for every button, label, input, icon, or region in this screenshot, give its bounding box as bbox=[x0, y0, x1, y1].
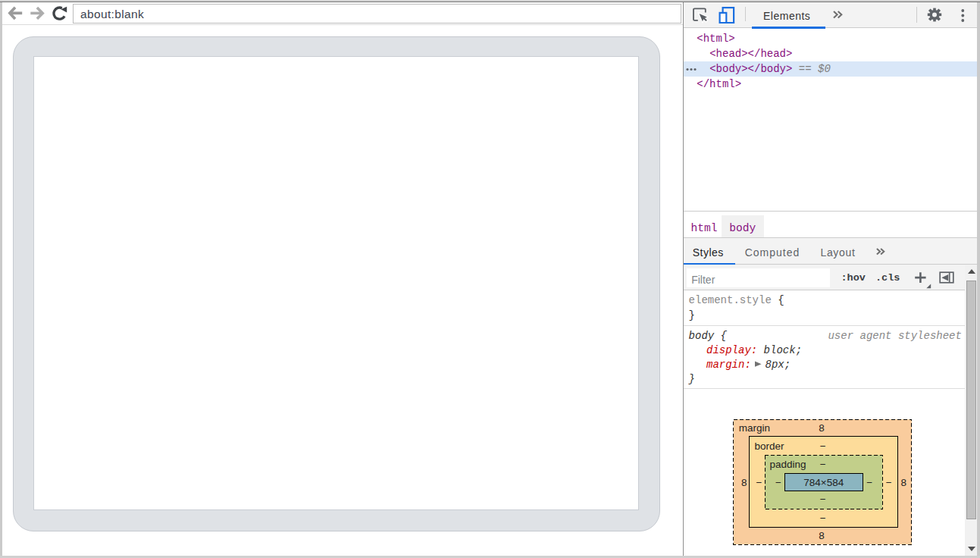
svg-text:−: − bbox=[886, 477, 892, 488]
svg-text:8: 8 bbox=[741, 477, 747, 488]
svg-text:784×584: 784×584 bbox=[803, 477, 844, 488]
svg-text:−: − bbox=[756, 477, 762, 488]
svg-text:8: 8 bbox=[901, 477, 907, 488]
svg-text:−: − bbox=[820, 494, 826, 505]
svg-text:margin: margin bbox=[739, 422, 770, 434]
svg-text:−: − bbox=[820, 440, 826, 452]
svg-text:−: − bbox=[866, 477, 872, 488]
svg-text:8: 8 bbox=[819, 422, 825, 434]
svg-text:−: − bbox=[775, 477, 781, 488]
svg-text:−: − bbox=[820, 513, 826, 524]
svg-text:8: 8 bbox=[819, 530, 825, 541]
svg-text:border: border bbox=[754, 440, 784, 452]
svg-text:padding: padding bbox=[770, 459, 806, 470]
svg-text:−: − bbox=[820, 459, 826, 470]
